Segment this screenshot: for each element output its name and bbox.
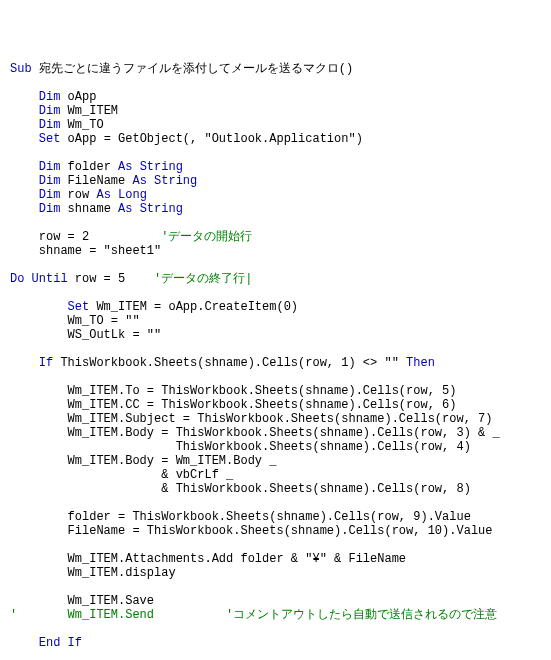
comment: ' Wm_ITEM.Send 'コメントアウトしたら自動で送信されるので注意 [10, 608, 497, 622]
code-text: row = 5 [68, 272, 154, 286]
keyword-sub: Sub [10, 62, 32, 76]
code-text: Wm_ITEM.Subject = ThisWorkbook.Sheets(sh… [10, 412, 492, 426]
code-text: shname [60, 202, 118, 216]
code-text: Wm_ITEM [60, 104, 118, 118]
code-text: Wm_TO = "" [10, 314, 140, 328]
code-text: Wm_TO [60, 118, 103, 132]
keyword-set: Set [10, 132, 60, 146]
code-viewer: Sub 宛先ごとに違うファイルを添付してメールを送るマクロ() Dim oApp… [10, 62, 541, 660]
code-text: Wm_ITEM.display [10, 566, 176, 580]
code-text: Wm_ITEM.To = ThisWorkbook.Sheets(shname)… [10, 384, 456, 398]
code-text: & vbCrLf _ [10, 468, 233, 482]
keyword-dim: Dim [10, 160, 60, 174]
code-text: WS_OutLk = "" [10, 328, 161, 342]
code-text: Wm_ITEM.CC = ThisWorkbook.Sheets(shname)… [10, 398, 456, 412]
keyword-as-string: As String [132, 174, 197, 188]
keyword-as-string: As String [118, 202, 183, 216]
code-text: oApp = GetObject(, "Outlook.Application"… [60, 132, 362, 146]
code-text: & ThisWorkbook.Sheets(shname).Cells(row,… [10, 482, 471, 496]
keyword-dim: Dim [10, 104, 60, 118]
code-text: Wm_ITEM.Save [10, 594, 154, 608]
keyword-dim: Dim [10, 174, 60, 188]
code-text: ThisWorkbook.Sheets(shname).Cells(row, 4… [10, 440, 471, 454]
code-text: Wm_ITEM.Attachments.Add folder & "¥" & F… [10, 552, 406, 566]
comment: 'データの開始行 [161, 230, 252, 244]
keyword-set: Set [10, 300, 89, 314]
keyword-if: If [10, 356, 53, 370]
keyword-dim: Dim [10, 118, 60, 132]
code-text: folder [60, 160, 118, 174]
code-text: folder = ThisWorkbook.Sheets(shname).Cel… [10, 510, 471, 524]
code-text: Wm_ITEM = oApp.CreateItem(0) [89, 300, 298, 314]
code-text: oApp [60, 90, 96, 104]
keyword-dim: Dim [10, 188, 60, 202]
keyword-as-long: As Long [96, 188, 146, 202]
code-text: shname = "sheet1" [10, 244, 161, 258]
keyword-then: Then [406, 356, 435, 370]
code-text: row = 2 [10, 230, 161, 244]
code-text: FileName [60, 174, 132, 188]
comment: 'データの終了行| [154, 272, 252, 286]
code-text: FileName = ThisWorkbook.Sheets(shname).C… [10, 524, 492, 538]
code-text: ThisWorkbook.Sheets(shname).Cells(row, 1… [53, 356, 406, 370]
keyword-dim: Dim [10, 90, 60, 104]
keyword-end-if: End If [10, 636, 82, 650]
keyword-as-string: As String [118, 160, 183, 174]
keyword-do-until: Do Until [10, 272, 68, 286]
keyword-dim: Dim [10, 202, 60, 216]
code-text: Wm_ITEM.Body = Wm_ITEM.Body _ [10, 454, 276, 468]
proc-name: 宛先ごとに違うファイルを添付してメールを送るマクロ() [32, 62, 354, 76]
code-text: row [60, 188, 96, 202]
code-text: Wm_ITEM.Body = ThisWorkbook.Sheets(shnam… [10, 426, 500, 440]
